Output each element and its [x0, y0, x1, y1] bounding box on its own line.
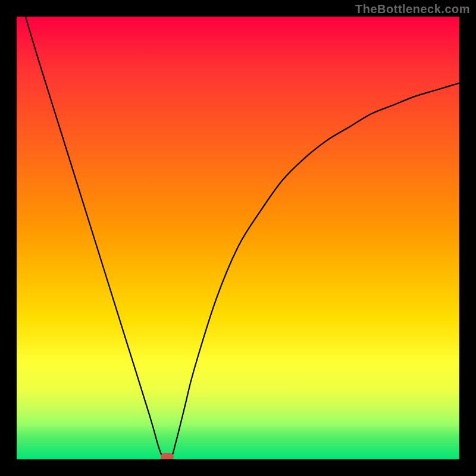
watermark-text: TheBottleneck.com [355, 2, 470, 16]
bottleneck-curve [17, 17, 459, 459]
plot-area [17, 17, 459, 459]
minimum-marker [161, 453, 174, 459]
chart-frame: TheBottleneck.com [0, 0, 476, 476]
